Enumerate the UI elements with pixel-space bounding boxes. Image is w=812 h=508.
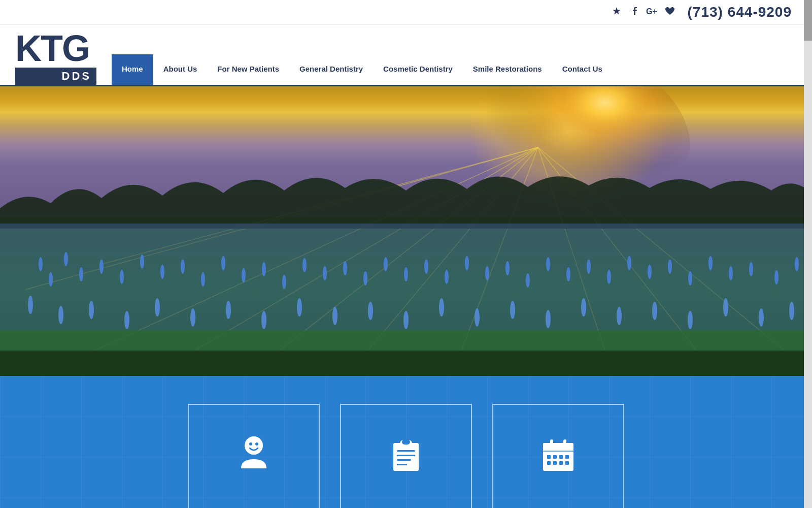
hero-image bbox=[0, 86, 812, 376]
svg-point-44 bbox=[648, 265, 652, 279]
svg-point-29 bbox=[343, 261, 347, 275]
svg-point-62 bbox=[368, 302, 373, 320]
svg-point-15 bbox=[64, 252, 68, 266]
nav-contact[interactable]: Contact Us bbox=[552, 54, 613, 85]
svg-rect-82 bbox=[402, 439, 410, 444]
nav-general-dentistry[interactable]: General Dentistry bbox=[289, 54, 373, 85]
svg-point-73 bbox=[759, 308, 764, 327]
svg-point-16 bbox=[79, 267, 83, 281]
svg-point-20 bbox=[160, 265, 164, 279]
service-card-forms[interactable] bbox=[340, 404, 472, 508]
svg-point-47 bbox=[708, 256, 713, 270]
social-icons: G+ bbox=[612, 6, 675, 19]
svg-point-50 bbox=[774, 270, 779, 284]
svg-point-55 bbox=[124, 311, 129, 329]
svg-point-71 bbox=[688, 311, 693, 329]
svg-rect-76 bbox=[0, 351, 812, 376]
new-patient-icon bbox=[233, 433, 274, 482]
logo-ktg: KTG bbox=[15, 30, 96, 67]
bottom-section bbox=[0, 376, 812, 508]
svg-point-79 bbox=[255, 442, 258, 446]
svg-point-72 bbox=[723, 298, 728, 316]
facebook-icon[interactable] bbox=[629, 6, 639, 19]
nav-new-patients[interactable]: For New Patients bbox=[207, 54, 289, 85]
service-card-appointment[interactable] bbox=[492, 404, 624, 508]
svg-point-68 bbox=[581, 298, 586, 316]
svg-point-24 bbox=[242, 268, 246, 282]
svg-rect-96 bbox=[553, 461, 557, 465]
svg-rect-91 bbox=[547, 455, 551, 459]
google-plus-icon[interactable]: G+ bbox=[646, 6, 657, 19]
svg-point-60 bbox=[297, 298, 302, 316]
svg-point-78 bbox=[249, 442, 252, 446]
clipboard-icon bbox=[386, 433, 426, 482]
svg-point-63 bbox=[403, 311, 409, 329]
hero-sky bbox=[0, 86, 812, 217]
svg-point-30 bbox=[363, 271, 367, 285]
scrollbar-thumb[interactable] bbox=[804, 0, 812, 41]
svg-point-28 bbox=[323, 266, 327, 280]
svg-rect-85 bbox=[397, 459, 411, 461]
svg-point-42 bbox=[607, 270, 611, 284]
svg-rect-80 bbox=[393, 443, 419, 471]
svg-point-26 bbox=[282, 275, 286, 289]
svg-rect-89 bbox=[550, 439, 553, 447]
svg-rect-92 bbox=[553, 455, 557, 459]
svg-point-22 bbox=[201, 272, 205, 287]
svg-point-51 bbox=[795, 257, 799, 271]
main-nav: Home About Us For New Patients General D… bbox=[112, 25, 812, 85]
svg-point-67 bbox=[546, 310, 551, 328]
svg-rect-90 bbox=[563, 439, 566, 447]
svg-point-25 bbox=[262, 262, 266, 276]
nav-smile-restorations[interactable]: Smile Restorations bbox=[463, 54, 552, 85]
svg-point-43 bbox=[627, 256, 631, 270]
svg-point-69 bbox=[617, 307, 622, 325]
svg-point-58 bbox=[226, 301, 231, 319]
scrollbar[interactable] bbox=[804, 0, 812, 508]
svg-point-27 bbox=[302, 258, 307, 272]
service-card-new-patient[interactable] bbox=[188, 404, 320, 508]
svg-point-41 bbox=[587, 260, 591, 274]
svg-point-21 bbox=[181, 260, 185, 274]
svg-point-17 bbox=[99, 260, 104, 274]
svg-point-14 bbox=[49, 272, 53, 287]
svg-point-70 bbox=[652, 302, 657, 320]
nav-about[interactable]: About Us bbox=[153, 54, 208, 85]
svg-point-13 bbox=[39, 257, 43, 271]
svg-point-36 bbox=[485, 266, 489, 280]
calendar-icon bbox=[538, 433, 579, 482]
logo-dds: DDS bbox=[15, 68, 96, 85]
svg-point-31 bbox=[384, 257, 388, 271]
svg-point-61 bbox=[332, 307, 337, 325]
svg-point-48 bbox=[729, 266, 733, 280]
yelp-icon[interactable] bbox=[612, 6, 622, 19]
svg-rect-98 bbox=[565, 461, 569, 465]
phone-number[interactable]: (713) 644-9209 bbox=[688, 4, 792, 20]
svg-point-52 bbox=[28, 296, 33, 314]
svg-rect-86 bbox=[397, 464, 407, 465]
svg-point-23 bbox=[221, 256, 225, 270]
svg-rect-93 bbox=[559, 455, 563, 459]
svg-point-18 bbox=[120, 270, 124, 284]
svg-point-34 bbox=[445, 270, 449, 284]
logo-area: KTG DDS bbox=[0, 25, 112, 85]
svg-point-33 bbox=[424, 260, 428, 274]
svg-rect-95 bbox=[547, 461, 551, 465]
svg-point-53 bbox=[58, 306, 63, 324]
nav-home[interactable]: Home bbox=[112, 54, 153, 85]
svg-point-65 bbox=[475, 308, 480, 327]
svg-point-49 bbox=[749, 262, 753, 276]
svg-rect-88 bbox=[543, 443, 573, 451]
svg-point-59 bbox=[261, 311, 266, 329]
svg-point-57 bbox=[190, 308, 195, 327]
nav-cosmetic-dentistry[interactable]: Cosmetic Dentistry bbox=[373, 54, 463, 85]
svg-point-38 bbox=[526, 273, 530, 288]
svg-text:G+: G+ bbox=[646, 7, 657, 16]
heart-icon[interactable] bbox=[664, 6, 675, 19]
svg-point-64 bbox=[439, 298, 444, 316]
svg-point-46 bbox=[688, 271, 692, 285]
svg-rect-84 bbox=[397, 455, 415, 456]
svg-point-35 bbox=[465, 256, 469, 270]
svg-point-77 bbox=[245, 436, 263, 455]
svg-point-66 bbox=[510, 301, 515, 319]
